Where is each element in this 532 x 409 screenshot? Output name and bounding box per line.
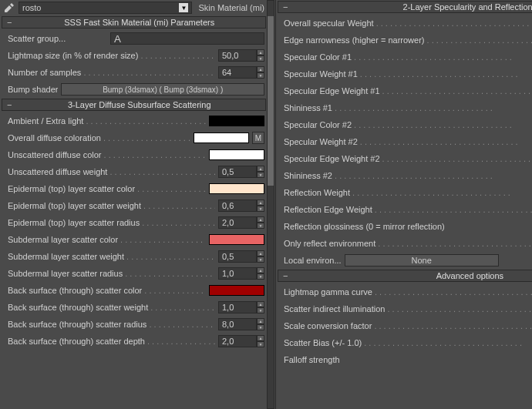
spec-weight2-label: Specular Weight #2 (284, 137, 532, 146)
material-type-label: Skin Material (mi) (195, 3, 264, 12)
back-swatch[interactable] (209, 285, 264, 296)
refl-edge-weight-label: Reflection Edge Weight (284, 205, 532, 214)
diffuse-map-button[interactable]: M (252, 132, 264, 144)
sub-radius-spinner[interactable]: ▲▼ (218, 267, 264, 280)
only-reflect-label: Only reflect environment (284, 239, 532, 248)
section-specular[interactable]: − 2-Layer Specularity and Reflections (278, 1, 532, 13)
spec-color2-label: Specular Color #2 (284, 120, 532, 129)
sub-color-label: Subdermal layer scatter color (8, 235, 206, 244)
shininess2-label: Shininess #2 (284, 171, 532, 180)
left-scrollbar[interactable] (267, 0, 274, 409)
epi-weight-spinner[interactable]: ▲▼ (218, 199, 264, 212)
left-panel: rosto ▼ Skin Material (mi) − SSS Fast Sk… (0, 0, 276, 409)
falloff-label: Falloff strength (284, 355, 532, 364)
shininess1-label: Shininess #1 (284, 103, 532, 112)
unscat-swatch[interactable] (209, 149, 264, 160)
collapse-icon: − (7, 100, 12, 109)
indirect-label: Scatter indirect illumination (284, 304, 532, 313)
back-weight-spinner[interactable]: ▲▼ (218, 301, 264, 313)
gamma-label: Lightmap gamma curve (284, 287, 532, 297)
section-diffuse-sss[interactable]: − 3-Layer Diffuse Subsurface Scattering (2, 99, 266, 111)
refl-weight-label: Reflection Weight (284, 188, 532, 197)
diffuse-label: Overall diffuse coloration (8, 133, 190, 142)
chevron-down-icon[interactable]: ▼ (179, 3, 188, 12)
spec-edge-weight2-label: Specular Edge Weight #2 (284, 154, 532, 163)
right-panel: 思缘设计论坛www.missyuan.com − 2-Layer Specula… (276, 0, 532, 409)
scale-label: Scale conversion factor (284, 321, 532, 330)
back-weight-label: Back surface (through) scatter weight (8, 303, 215, 312)
section-advanced[interactable]: − Advanced options (278, 270, 532, 282)
epi-radius-spinner[interactable]: ▲▼ (218, 216, 264, 229)
scatter-group-input[interactable] (110, 32, 264, 45)
back-radius-spinner[interactable]: ▲▼ (218, 318, 264, 330)
spec-edge-weight1-label: Specular Edge Weight #1 (284, 86, 532, 96)
scatter-group-label: Scatter group... (8, 34, 107, 43)
back-depth-label: Back surface (through) scatter depth (8, 337, 215, 346)
epi-weight-label: Epidermal (top) layer scatter weight (8, 201, 215, 210)
unscat-weight-spinner[interactable]: ▲▼ (218, 166, 264, 178)
epi-color-label: Epidermal (top) layer scatter color (8, 184, 206, 193)
eyedropper-icon[interactable] (3, 2, 15, 14)
back-color-label: Back surface (through) scatter color (8, 286, 206, 295)
lightmap-size-label: Lightmap size (in % of render size) (8, 51, 215, 60)
spec-weight1-label: Specular Weight #1 (284, 69, 532, 79)
sub-weight-label: Subdermal layer scatter weight (8, 252, 215, 261)
bias-label: Scatter Bias (+/- 1.0) (284, 338, 532, 347)
ambient-swatch[interactable] (209, 116, 264, 126)
local-environ-label: Local environ... (284, 256, 342, 265)
lightmap-size-spinner[interactable]: ▲▼ (218, 49, 264, 62)
back-depth-spinner[interactable]: ▲▼ (218, 335, 264, 347)
collapse-icon: − (283, 271, 288, 280)
sub-weight-spinner[interactable]: ▲▼ (218, 250, 264, 263)
epi-swatch[interactable] (209, 183, 264, 194)
unscat-weight-label: Unscattered diffuse weight (8, 167, 215, 176)
material-name-text: rosto (22, 3, 41, 12)
local-environ-button[interactable]: None (345, 254, 499, 267)
sub-radius-label: Subdermal layer scatter radius (8, 269, 215, 278)
samples-spinner[interactable]: ▲▼ (218, 66, 264, 79)
bump-shader-label: Bump shader (8, 85, 58, 94)
ambient-label: Ambient / Extra light (8, 116, 206, 126)
bump-shader-button[interactable]: Bump (3dsmax) ( Bump (3dsmax) ) (61, 83, 264, 96)
gloss-label: Reflection glossiness (0 = mirror reflec… (284, 222, 532, 231)
spec-color1-label: Specular Color #1 (284, 52, 532, 62)
epi-radius-label: Epidermal (top) layer scatter radius (8, 218, 215, 227)
unscat-color-label: Unscattered diffuse color (8, 150, 206, 159)
samples-label: Number of samples (8, 68, 215, 77)
material-name-input[interactable]: rosto ▼ (19, 2, 192, 14)
sub-swatch[interactable] (209, 234, 264, 245)
edge-narrow-label: Edge narrowness (higher = narrower) (284, 35, 532, 45)
back-radius-label: Back surface (through) scatter radius (8, 320, 215, 329)
collapse-icon: − (283, 2, 288, 12)
diffuse-swatch[interactable] (194, 132, 249, 143)
collapse-icon: − (7, 18, 12, 27)
overall-spec-label: Overall specular Weight (284, 18, 532, 28)
section-sss-params[interactable]: − SSS Fast Skin Material (mi) Parameters (2, 16, 266, 28)
